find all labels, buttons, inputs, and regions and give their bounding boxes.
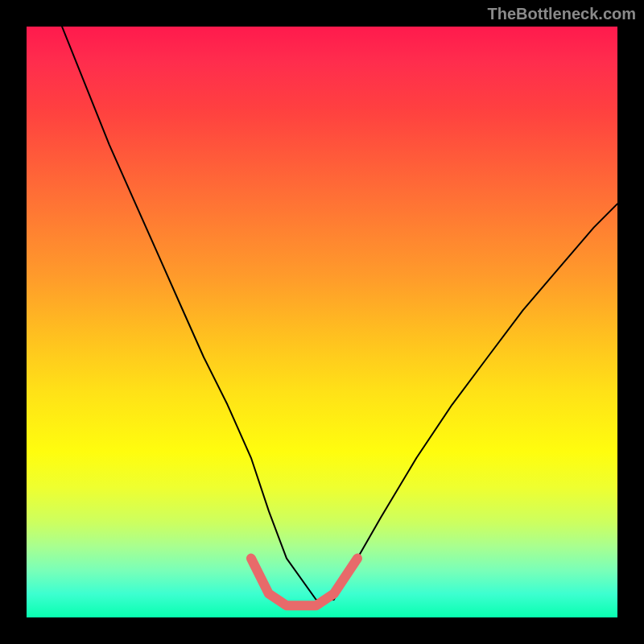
curve-layer (27, 27, 617, 617)
chart-stage: TheBottleneck.com (0, 0, 644, 644)
bottleneck-curve (62, 27, 617, 600)
watermark-label: TheBottleneck.com (488, 5, 636, 23)
plot-area (27, 27, 617, 617)
